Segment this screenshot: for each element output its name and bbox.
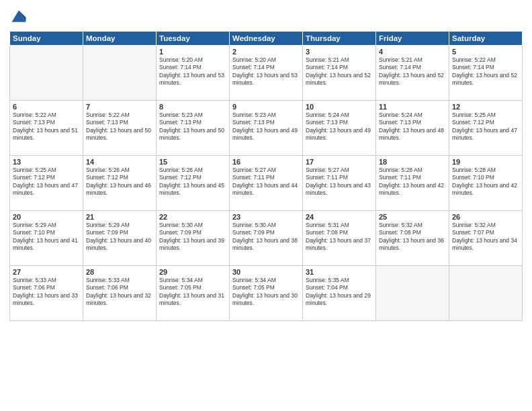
day-info: Sunrise: 5:21 AMSunset: 7:14 PMDaylight:… <box>379 56 446 87</box>
calendar-cell: 12Sunrise: 5:25 AMSunset: 7:12 PMDayligh… <box>449 101 523 156</box>
calendar-week: 20Sunrise: 5:29 AMSunset: 7:10 PMDayligh… <box>10 211 523 266</box>
calendar-cell: 4Sunrise: 5:21 AMSunset: 7:14 PMDaylight… <box>376 46 449 101</box>
day-info: Sunrise: 5:26 AMSunset: 7:12 PMDaylight:… <box>86 167 153 197</box>
day-number: 16 <box>232 158 300 166</box>
day-info: Sunrise: 5:28 AMSunset: 7:11 PMDaylight:… <box>379 167 446 197</box>
calendar-cell: 27Sunrise: 5:33 AMSunset: 7:06 PMDayligh… <box>10 266 83 321</box>
day-info: Sunrise: 5:28 AMSunset: 7:10 PMDaylight:… <box>452 167 519 197</box>
day-number: 24 <box>306 213 373 221</box>
weekday-header: Thursday <box>303 32 376 46</box>
calendar-cell: 21Sunrise: 5:29 AMSunset: 7:09 PMDayligh… <box>83 211 157 266</box>
day-number: 10 <box>306 103 373 111</box>
day-number: 14 <box>86 158 153 166</box>
day-info: Sunrise: 5:22 AMSunset: 7:13 PMDaylight:… <box>86 111 153 142</box>
day-number: 18 <box>379 158 446 166</box>
day-number: 28 <box>86 268 153 276</box>
day-number: 6 <box>13 103 80 111</box>
day-info: Sunrise: 5:27 AMSunset: 7:11 PMDaylight:… <box>232 167 300 197</box>
day-number: 22 <box>159 213 226 221</box>
weekday-header: Sunday <box>10 32 83 46</box>
calendar-week: 1Sunrise: 5:20 AMSunset: 7:14 PMDaylight… <box>10 46 523 101</box>
day-number: 3 <box>306 48 373 56</box>
header <box>9 7 523 26</box>
calendar-body: 1Sunrise: 5:20 AMSunset: 7:14 PMDaylight… <box>10 46 523 321</box>
day-number: 19 <box>452 158 519 166</box>
day-number: 15 <box>159 158 226 166</box>
day-info: Sunrise: 5:22 AMSunset: 7:14 PMDaylight:… <box>452 56 519 87</box>
calendar-cell: 5Sunrise: 5:22 AMSunset: 7:14 PMDaylight… <box>449 46 523 101</box>
calendar-cell: 19Sunrise: 5:28 AMSunset: 7:10 PMDayligh… <box>449 156 523 211</box>
calendar-cell: 31Sunrise: 5:35 AMSunset: 7:04 PMDayligh… <box>303 266 376 321</box>
calendar-cell: 15Sunrise: 5:26 AMSunset: 7:12 PMDayligh… <box>157 156 230 211</box>
calendar-cell: 16Sunrise: 5:27 AMSunset: 7:11 PMDayligh… <box>230 156 303 211</box>
calendar-cell: 24Sunrise: 5:31 AMSunset: 7:08 PMDayligh… <box>303 211 376 266</box>
day-info: Sunrise: 5:34 AMSunset: 7:05 PMDaylight:… <box>232 277 300 308</box>
page: SundayMondayTuesdayWednesdayThursdayFrid… <box>0 0 532 411</box>
day-number: 12 <box>452 103 519 111</box>
calendar-cell: 17Sunrise: 5:27 AMSunset: 7:11 PMDayligh… <box>303 156 376 211</box>
day-info: Sunrise: 5:24 AMSunset: 7:13 PMDaylight:… <box>379 111 446 142</box>
calendar-cell <box>376 266 449 321</box>
day-info: Sunrise: 5:30 AMSunset: 7:09 PMDaylight:… <box>232 222 300 253</box>
weekday-header: Friday <box>376 32 449 46</box>
day-info: Sunrise: 5:29 AMSunset: 7:09 PMDaylight:… <box>86 222 153 253</box>
day-number: 1 <box>159 48 226 56</box>
weekday-row: SundayMondayTuesdayWednesdayThursdayFrid… <box>10 32 523 46</box>
day-number: 11 <box>379 103 446 111</box>
day-number: 7 <box>86 103 153 111</box>
day-number: 21 <box>86 213 153 221</box>
day-info: Sunrise: 5:25 AMSunset: 7:12 PMDaylight:… <box>452 111 519 142</box>
calendar-cell: 20Sunrise: 5:29 AMSunset: 7:10 PMDayligh… <box>10 211 83 266</box>
calendar-cell: 13Sunrise: 5:25 AMSunset: 7:12 PMDayligh… <box>10 156 83 211</box>
calendar-cell: 26Sunrise: 5:32 AMSunset: 7:07 PMDayligh… <box>449 211 523 266</box>
day-info: Sunrise: 5:23 AMSunset: 7:13 PMDaylight:… <box>159 111 226 142</box>
day-number: 27 <box>13 268 80 276</box>
day-number: 5 <box>452 48 519 56</box>
calendar-cell: 6Sunrise: 5:22 AMSunset: 7:13 PMDaylight… <box>10 101 83 156</box>
day-info: Sunrise: 5:24 AMSunset: 7:13 PMDaylight:… <box>306 111 373 142</box>
day-number: 30 <box>232 268 300 276</box>
day-info: Sunrise: 5:20 AMSunset: 7:14 PMDaylight:… <box>232 56 300 87</box>
day-info: Sunrise: 5:25 AMSunset: 7:12 PMDaylight:… <box>13 167 80 197</box>
calendar-cell: 22Sunrise: 5:30 AMSunset: 7:09 PMDayligh… <box>157 211 230 266</box>
calendar-cell: 8Sunrise: 5:23 AMSunset: 7:13 PMDaylight… <box>157 101 230 156</box>
day-info: Sunrise: 5:33 AMSunset: 7:06 PMDaylight:… <box>86 277 153 308</box>
calendar-cell: 1Sunrise: 5:20 AMSunset: 7:14 PMDaylight… <box>157 46 230 101</box>
day-number: 2 <box>232 48 300 56</box>
calendar-cell: 3Sunrise: 5:21 AMSunset: 7:14 PMDaylight… <box>303 46 376 101</box>
weekday-header: Wednesday <box>230 32 303 46</box>
calendar-week: 13Sunrise: 5:25 AMSunset: 7:12 PMDayligh… <box>10 156 523 211</box>
calendar-cell: 10Sunrise: 5:24 AMSunset: 7:13 PMDayligh… <box>303 101 376 156</box>
day-info: Sunrise: 5:34 AMSunset: 7:05 PMDaylight:… <box>159 277 226 308</box>
day-info: Sunrise: 5:26 AMSunset: 7:12 PMDaylight:… <box>159 167 226 197</box>
day-info: Sunrise: 5:29 AMSunset: 7:10 PMDaylight:… <box>13 222 80 253</box>
day-info: Sunrise: 5:21 AMSunset: 7:14 PMDaylight:… <box>306 56 373 87</box>
weekday-header: Saturday <box>449 32 523 46</box>
day-info: Sunrise: 5:31 AMSunset: 7:08 PMDaylight:… <box>306 222 373 253</box>
calendar: SundayMondayTuesdayWednesdayThursdayFrid… <box>9 31 523 321</box>
calendar-week: 6Sunrise: 5:22 AMSunset: 7:13 PMDaylight… <box>10 101 523 156</box>
calendar-cell: 2Sunrise: 5:20 AMSunset: 7:14 PMDaylight… <box>230 46 303 101</box>
calendar-header: SundayMondayTuesdayWednesdayThursdayFrid… <box>10 32 523 46</box>
day-number: 20 <box>13 213 80 221</box>
calendar-cell: 14Sunrise: 5:26 AMSunset: 7:12 PMDayligh… <box>83 156 157 211</box>
weekday-header: Tuesday <box>157 32 230 46</box>
calendar-cell: 11Sunrise: 5:24 AMSunset: 7:13 PMDayligh… <box>376 101 449 156</box>
day-number: 4 <box>379 48 446 56</box>
day-number: 25 <box>379 213 446 221</box>
calendar-cell <box>449 266 523 321</box>
calendar-week: 27Sunrise: 5:33 AMSunset: 7:06 PMDayligh… <box>10 266 523 321</box>
day-info: Sunrise: 5:33 AMSunset: 7:06 PMDaylight:… <box>13 277 80 308</box>
day-info: Sunrise: 5:22 AMSunset: 7:13 PMDaylight:… <box>13 111 80 142</box>
calendar-cell: 30Sunrise: 5:34 AMSunset: 7:05 PMDayligh… <box>230 266 303 321</box>
calendar-cell: 23Sunrise: 5:30 AMSunset: 7:09 PMDayligh… <box>230 211 303 266</box>
weekday-header: Monday <box>83 32 157 46</box>
calendar-cell: 29Sunrise: 5:34 AMSunset: 7:05 PMDayligh… <box>157 266 230 321</box>
calendar-cell: 28Sunrise: 5:33 AMSunset: 7:06 PMDayligh… <box>83 266 157 321</box>
day-info: Sunrise: 5:32 AMSunset: 7:07 PMDaylight:… <box>452 222 519 253</box>
day-number: 9 <box>232 103 300 111</box>
day-number: 17 <box>306 158 373 166</box>
logo <box>9 7 31 26</box>
logo-icon <box>9 7 28 26</box>
calendar-cell: 25Sunrise: 5:32 AMSunset: 7:08 PMDayligh… <box>376 211 449 266</box>
